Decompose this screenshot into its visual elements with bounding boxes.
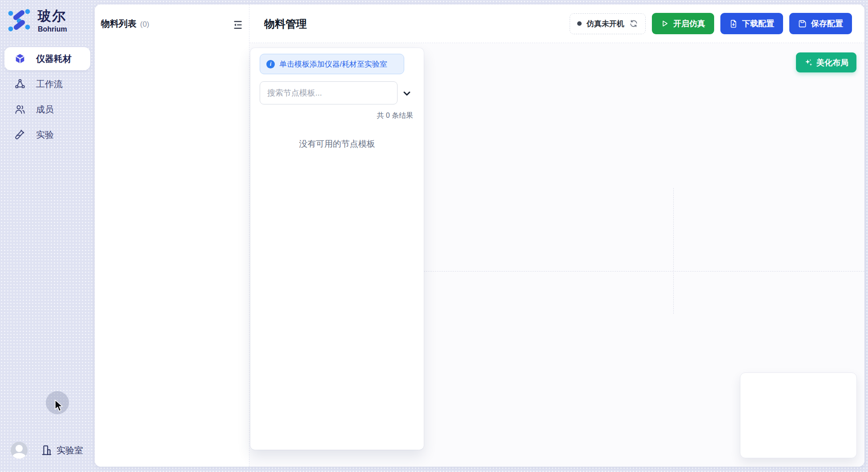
canvas-guide-vertical <box>673 188 674 314</box>
logo-title: 玻尔 <box>38 8 67 24</box>
sidebar-item-label: 仪器耗材 <box>36 53 72 65</box>
sidebar-item-members[interactable]: 成员 <box>4 98 90 121</box>
banner-text: 单击模板添加仪器/耗材至实验室 <box>279 59 387 69</box>
material-list-title: 物料列表 <box>101 18 137 30</box>
collapse-panel-button[interactable] <box>231 18 245 32</box>
info-icon: i <box>266 60 275 68</box>
sparkles-icon <box>804 58 813 67</box>
sidebar-item-label: 工作流 <box>36 78 63 90</box>
outdent-icon <box>232 19 244 31</box>
empty-state-text: 没有可用的节点模板 <box>250 138 424 150</box>
lab-label: 实验室 <box>56 444 83 456</box>
template-search-input[interactable] <box>260 81 398 104</box>
avatar[interactable] <box>11 442 28 459</box>
sidebar-item-label: 实验 <box>36 129 54 141</box>
main-area: 物料管理 仿真未开机 开启仿真 <box>249 4 864 467</box>
mouse-cursor <box>54 400 66 413</box>
cube-icon <box>15 53 25 64</box>
sidebar-nav: 仪器耗材 工作流 成员 <box>4 47 90 148</box>
play-icon <box>661 20 669 28</box>
test-tube-icon <box>15 129 25 140</box>
main-header: 物料管理 仿真未开机 开启仿真 <box>249 4 864 43</box>
sidebar-item-workflow[interactable]: 工作流 <box>4 72 90 96</box>
start-simulation-button[interactable]: 开启仿真 <box>652 13 714 34</box>
save-icon <box>798 20 807 28</box>
lab-canvas[interactable]: i 单击模板添加仪器/耗材至实验室 共 0 条结果 没有可用的节点模板 美化布局 <box>249 43 864 467</box>
download-config-button[interactable]: 下载配置 <box>720 13 783 34</box>
file-download-icon <box>729 20 738 28</box>
header-actions: 仿真未开机 开启仿真 <box>570 13 852 34</box>
status-dot-icon <box>577 21 582 26</box>
workflow-icon <box>15 79 25 89</box>
chevron-down-icon[interactable] <box>402 88 412 99</box>
template-panel: i 单击模板添加仪器/耗材至实验室 共 0 条结果 没有可用的节点模板 <box>250 48 424 450</box>
canvas-guide-horizontal <box>424 271 864 272</box>
minimap[interactable] <box>740 372 857 458</box>
template-hint-banner: i 单击模板添加仪器/耗材至实验室 <box>260 54 404 74</box>
app-logo: 玻尔 Bohrium <box>8 8 67 34</box>
logo-subtitle: Bohrium <box>38 25 67 33</box>
status-label: 仿真未开机 <box>587 19 624 29</box>
building-icon <box>41 444 52 456</box>
material-list-count: (0) <box>140 20 149 29</box>
simulation-status-chip: 仿真未开机 <box>570 13 646 34</box>
beautify-layout-button[interactable]: 美化布局 <box>796 52 856 72</box>
content-card: 物料列表 (0) 物料管理 仿真未开机 <box>95 4 864 467</box>
page-title: 物料管理 <box>264 17 307 31</box>
sidebar-item-label: 成员 <box>36 104 54 116</box>
save-config-button[interactable]: 保存配置 <box>789 13 852 34</box>
sidebar-item-instruments[interactable]: 仪器耗材 <box>4 47 90 70</box>
users-icon <box>15 104 25 115</box>
sidebar-footer: 实验室 <box>11 442 83 459</box>
sidebar-item-lab[interactable]: 实验室 <box>41 444 83 456</box>
result-count: 共 0 条结果 <box>377 111 413 120</box>
material-list-panel: 物料列表 (0) <box>95 4 249 467</box>
refresh-icon[interactable] <box>629 19 638 28</box>
bohrium-logo-icon <box>8 8 31 34</box>
sidebar-item-experiments[interactable]: 实验 <box>4 123 90 146</box>
